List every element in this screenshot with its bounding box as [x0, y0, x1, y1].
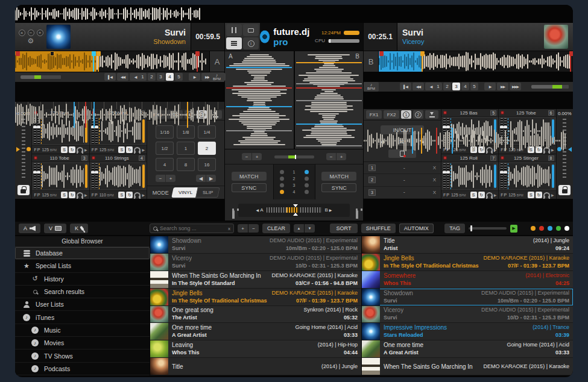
track-row[interactable]: One more timeGoing Home (2014) | AcidA G…: [362, 340, 573, 358]
gear-icon[interactable]: ⚙: [28, 37, 34, 45]
record-dot-icon[interactable]: [501, 156, 504, 160]
hotcue-3[interactable]: 3: [157, 73, 165, 81]
color-tag-dot-2[interactable]: [539, 226, 544, 231]
rewind-button[interactable]: ◀◀: [413, 83, 424, 90]
sample-waveform[interactable]: [41, 163, 83, 189]
hotcue-1[interactable]: 1: [139, 73, 147, 81]
slip-mode-tab[interactable]: SLIP: [195, 187, 220, 198]
loop-button[interactable]: ↻: [126, 146, 133, 153]
forward-button[interactable]: ▶▶: [497, 83, 508, 90]
pitch-lock-button[interactable]: [17, 185, 30, 195]
expand-arrow-icon[interactable]: ▶: [142, 193, 145, 197]
sidebar-item-movies[interactable]: ♪Movies: [15, 337, 150, 349]
track-row[interactable]: When The Saints Go Marching InDEMO KARAO…: [362, 358, 573, 375]
fx-slot2-button[interactable]: 2: [413, 110, 423, 119]
zoom-in-button[interactable]: +: [252, 153, 262, 160]
sample-volume-faders[interactable]: [443, 163, 449, 189]
track-row[interactable]: Title(2014) | JungleArtist09:24: [362, 236, 573, 254]
headphone-icon[interactable]: [486, 147, 493, 152]
track-row[interactable]: Title(2014) | Jungle: [150, 358, 361, 375]
loop-button[interactable]: ↻: [126, 192, 133, 198]
expand-arrow-icon[interactable]: ▶: [84, 148, 87, 152]
skip-start-button[interactable]: ▌◀: [400, 83, 411, 90]
hotcue-5[interactable]: 5: [470, 83, 478, 90]
headphone-icon[interactable]: [134, 147, 141, 152]
color-tag-dot-3[interactable]: [548, 226, 552, 231]
deck-b-vertical-panel[interactable]: B: [295, 51, 364, 149]
sidebar-item-music[interactable]: ♪Music: [15, 324, 150, 337]
sidebar-item-user-lists[interactable]: User Lists: [15, 298, 150, 311]
solo-button[interactable]: S: [118, 146, 125, 153]
zoom-slider[interactable]: [274, 155, 314, 158]
loop-move-left-button[interactable]: ◀: [196, 175, 206, 182]
loop-button[interactable]: ↻: [69, 146, 75, 153]
sample-waveform[interactable]: [99, 163, 141, 189]
loop-size-4[interactable]: 4: [156, 158, 174, 171]
sample-waveform[interactable]: [41, 118, 83, 144]
hotcue-2[interactable]: 2: [443, 83, 451, 90]
track-row[interactable]: Jingle BellsDEMO KARAOKE (2015) | Karaok…: [362, 254, 573, 271]
match-b-button[interactable]: MATCH: [321, 172, 356, 181]
deck-a-vertical-panel[interactable]: A: [225, 51, 294, 149]
pitch-handle-arrow[interactable]: [568, 147, 572, 152]
track-row[interactable]: ShowdownDEMO AUDIO (2015) | Experimental…: [150, 236, 361, 254]
master-overview-waveform[interactable]: [15, 7, 204, 21]
loop-size-16[interactable]: 16: [198, 158, 216, 171]
fx-slot1-button[interactable]: 1: [401, 110, 411, 119]
expand-arrow-icon[interactable]: ▶: [494, 193, 497, 197]
hotcue-4[interactable]: 4: [166, 73, 174, 81]
automix-button[interactable]: AUTOMIX: [399, 224, 434, 233]
sync-b-button[interactable]: SYNC: [321, 183, 356, 192]
fx-row-close-icon[interactable]: X: [433, 165, 436, 171]
expand-arrow-icon[interactable]: ▶: [551, 193, 554, 197]
loop-button[interactable]: ↻: [69, 192, 75, 198]
track-row[interactable]: Leaving(2014) | Hip-HopWhos This04:44: [150, 340, 361, 358]
expand-arrow-icon[interactable]: ▶: [551, 148, 554, 152]
deck-a-vertical-waveform[interactable]: [225, 51, 294, 149]
loop-plus-button[interactable]: +: [166, 175, 175, 182]
sync-a-button[interactable]: SYNC: [232, 183, 267, 192]
loop-size-1-2[interactable]: 1/2: [156, 142, 174, 155]
loop-size-1[interactable]: 1: [177, 142, 195, 155]
match-a-button[interactable]: MATCH: [232, 172, 267, 181]
track-row[interactable]: Somewhere(2014) | ElectronicWhos This04:…: [362, 271, 573, 289]
track-row[interactable]: ViceroyDEMO AUDIO (2015) | ExperimentalS…: [150, 254, 361, 271]
sidebar-item-history[interactable]: ↺History: [15, 273, 150, 286]
audio-mode-button[interactable]: A: [19, 224, 40, 233]
sidebar-item-podcasts[interactable]: ♪Podcasts: [15, 363, 150, 375]
hotcue-2[interactable]: 2: [148, 73, 156, 81]
fx-effect-row[interactable]: 3-X: [364, 187, 441, 199]
zoom-out-button[interactable]: −: [242, 153, 251, 160]
fx-row-close-icon[interactable]: X: [433, 177, 436, 183]
loop-size-2[interactable]: 2: [198, 142, 216, 155]
record-dot-icon[interactable]: [92, 156, 95, 160]
close-icon[interactable]: ×: [19, 30, 25, 36]
fx-download-button[interactable]: [425, 110, 438, 119]
fx1-button[interactable]: FX1: [366, 110, 382, 119]
tag-button[interactable]: TAG: [444, 224, 465, 233]
track-row[interactable]: When The Saints Go Marching InDEMO KARAO…: [150, 271, 361, 289]
hotcue-3[interactable]: 3: [452, 83, 460, 90]
crossfader-ticks[interactable]: [267, 207, 322, 213]
add-button[interactable]: +: [238, 224, 248, 233]
loop-move-right-button[interactable]: ▶: [206, 175, 216, 182]
remove-button[interactable]: −: [248, 224, 259, 233]
video-mode-button[interactable]: V: [44, 224, 66, 233]
shuffle-button[interactable]: SHUFFLE: [361, 224, 396, 233]
solo-button[interactable]: S: [61, 146, 68, 153]
waveform-view-icon[interactable]: [226, 37, 242, 49]
move-up-button[interactable]: ▲: [294, 224, 304, 233]
sidebar-item-tv-shows[interactable]: ♪TV Shows: [15, 349, 150, 362]
hotcue-4[interactable]: 4: [461, 83, 469, 90]
fx-effect-row[interactable]: 2-X: [364, 174, 441, 186]
track-row[interactable]: Impressive Impressions(2014) | TranceSta…: [362, 323, 573, 340]
window-view-icon[interactable]: [243, 24, 259, 36]
mixer-view-icon[interactable]: [226, 24, 242, 36]
pitch-lock-button[interactable]: [558, 185, 571, 195]
karaoke-mode-button[interactable]: K: [70, 224, 88, 233]
search-clear-icon[interactable]: x: [228, 226, 230, 231]
nudge-forward-button[interactable]: ▶: [484, 83, 496, 90]
skip-start-button[interactable]: ▌◀: [104, 73, 116, 81]
search-input[interactable]: [160, 225, 226, 231]
loop-button[interactable]: ↻: [536, 192, 542, 198]
